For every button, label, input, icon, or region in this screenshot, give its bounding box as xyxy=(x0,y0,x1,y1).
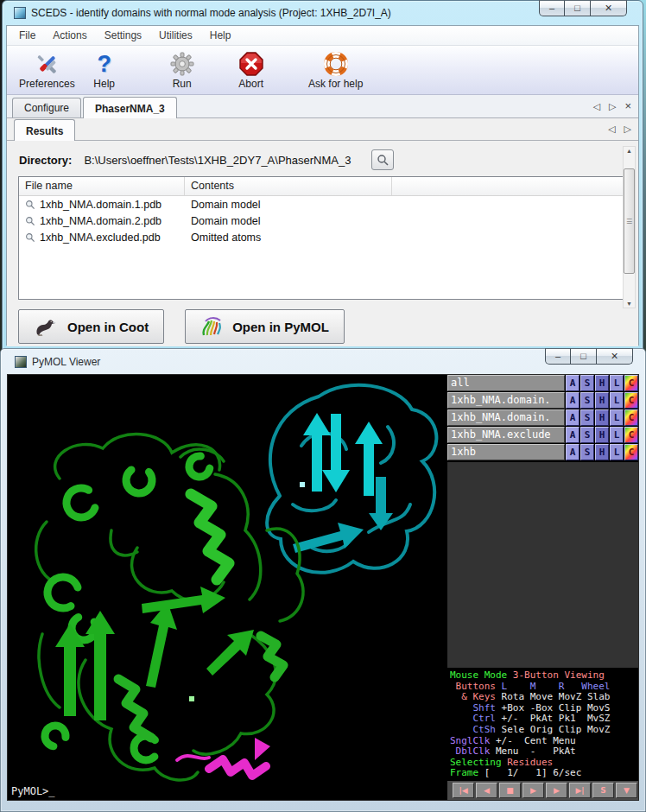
playback-button[interactable]: ▶| xyxy=(569,783,591,798)
menu-item[interactable]: Settings xyxy=(96,27,150,44)
table-row[interactable]: 1xhb_NMA.domain.1.pdb Domain model xyxy=(19,196,627,213)
column-header-contents[interactable]: Contents xyxy=(185,177,392,195)
menu-item[interactable]: Utilities xyxy=(150,27,201,44)
object-a-button[interactable]: A xyxy=(566,409,580,426)
object-c-button[interactable]: C xyxy=(624,427,638,443)
object-name[interactable]: 1xhb_NMA.domain. xyxy=(447,409,565,426)
tab-scroll-left-icon[interactable]: ◁ xyxy=(592,101,599,112)
object-row: 1xhbASHLC xyxy=(447,444,638,460)
open-in-pymol-button[interactable]: Open in PyMOL xyxy=(185,309,345,344)
close-button[interactable]: × xyxy=(591,0,627,16)
maximize-button[interactable]: □ xyxy=(571,348,597,365)
object-l-button[interactable]: L xyxy=(610,444,624,460)
pymol-ribbon-icon xyxy=(200,316,225,337)
playback-button[interactable]: ▶ xyxy=(546,783,567,798)
column-header-file-name[interactable]: File name xyxy=(19,177,185,195)
life-ring-icon xyxy=(323,51,349,77)
object-a-button[interactable]: A xyxy=(566,444,580,460)
object-l-button[interactable]: L xyxy=(610,409,624,426)
molecule-viewport[interactable]: PyMOL>_ xyxy=(8,375,447,800)
object-s-button[interactable]: S xyxy=(580,392,594,409)
toolbar-label: Abort xyxy=(238,78,263,90)
results-panel: Directory: B:\Users\oeffner\Tests\1XHB_2… xyxy=(7,141,638,346)
table-row[interactable]: 1xhb_NMA.domain.2.pdb Domain model xyxy=(19,213,627,229)
results-scrollbar[interactable]: ▲ ☰ ▼ xyxy=(623,146,636,308)
open-in-coot-label: Open in Coot xyxy=(67,320,149,334)
open-in-coot-button[interactable]: Open in Coot xyxy=(18,309,164,344)
object-h-button[interactable]: H xyxy=(595,427,609,443)
object-c-button[interactable]: C xyxy=(624,409,638,426)
object-s-button[interactable]: S xyxy=(580,375,594,391)
pymol-command-prompt[interactable]: PyMOL>_ xyxy=(11,785,55,797)
toolbar-label: Ask for help xyxy=(308,78,363,90)
abort-button[interactable]: Abort xyxy=(225,50,277,91)
file-name-cell: 1xhb_NMA.excluded.pdb xyxy=(40,232,161,244)
object-c-button[interactable]: C xyxy=(624,444,638,460)
maximize-button[interactable]: □ xyxy=(565,0,591,16)
object-c-button[interactable]: C xyxy=(624,392,638,409)
pymol-app-icon xyxy=(15,356,27,368)
object-l-button[interactable]: L xyxy=(610,375,624,391)
object-h-button[interactable]: H xyxy=(595,392,609,409)
browse-directory-button[interactable] xyxy=(371,149,394,170)
table-header[interactable]: File name Contents xyxy=(19,177,627,196)
magnifier-icon xyxy=(25,216,35,226)
object-row: 1xhb_NMA.domain.ASHLC xyxy=(447,392,638,409)
minimize-button[interactable]: – xyxy=(545,348,571,365)
preferences-button[interactable]: Preferences xyxy=(14,50,80,91)
object-name[interactable]: 1xhb xyxy=(447,444,565,460)
object-s-button[interactable]: S xyxy=(580,444,594,460)
scroll-up-icon[interactable]: ▲ xyxy=(624,148,635,154)
playback-button[interactable]: ■ xyxy=(499,783,521,798)
playback-button[interactable]: S xyxy=(592,783,614,798)
tab-phasernma-3[interactable]: PhaserNMA_3 xyxy=(83,97,177,118)
menu-item[interactable]: Help xyxy=(201,27,240,44)
ask-for-help-button[interactable]: Ask for help xyxy=(300,50,372,91)
object-h-button[interactable]: H xyxy=(595,409,609,426)
scroll-down-icon[interactable]: ▼ xyxy=(624,301,635,307)
run-button[interactable]: Run xyxy=(158,50,206,91)
mouse-panel-segment: DblClk xyxy=(450,745,490,757)
playback-button[interactable]: ▶ xyxy=(522,783,544,798)
object-s-button[interactable]: S xyxy=(580,409,594,426)
playback-button[interactable]: |◀ xyxy=(453,783,474,798)
playback-button[interactable]: ◀ xyxy=(476,783,497,798)
tab-configure[interactable]: Configure xyxy=(12,98,81,117)
tab-results[interactable]: Results xyxy=(14,119,75,141)
tab-close-icon[interactable]: × xyxy=(624,101,631,112)
toolbar-label: Preferences xyxy=(19,78,75,90)
object-row: allASHLC xyxy=(447,375,638,391)
scrollbar-thumb[interactable]: ☰ xyxy=(624,168,635,274)
object-h-button[interactable]: H xyxy=(595,444,609,460)
pymol-titlebar[interactable]: PyMOL Viewer – □ × xyxy=(7,349,639,374)
menu-item[interactable]: File xyxy=(10,27,44,44)
minimize-button[interactable]: – xyxy=(539,0,565,16)
contents-cell: Domain model xyxy=(185,215,392,227)
menubar: FileActionsSettingsUtilitiesHelp xyxy=(7,26,638,46)
mouse-panel-segment: [ 1/ 1] 6/sec xyxy=(478,767,581,778)
object-name[interactable]: 1xhb_NMA.domain. xyxy=(447,392,565,409)
gear-icon xyxy=(169,51,195,77)
object-name[interactable]: 1xhb_NMA.exclude xyxy=(447,427,565,443)
close-button[interactable]: × xyxy=(597,348,633,365)
help-button[interactable]: ? Help xyxy=(80,50,129,91)
subtab-scroll-left-icon[interactable]: ◁ xyxy=(608,124,615,135)
playback-button[interactable]: ▼ xyxy=(616,783,637,798)
object-a-button[interactable]: A xyxy=(566,375,580,391)
mouse-panel-segment: Menu - PkAt xyxy=(490,745,575,757)
object-c-button[interactable]: C xyxy=(624,375,638,391)
pymol-sidebar: allASHLC1xhb_NMA.domain.ASHLC1xhb_NMA.do… xyxy=(447,375,638,800)
object-a-button[interactable]: A xyxy=(566,427,580,443)
object-a-button[interactable]: A xyxy=(566,392,580,409)
table-row[interactable]: 1xhb_NMA.excluded.pdb Omitted atoms xyxy=(19,229,627,245)
object-l-button[interactable]: L xyxy=(610,427,624,443)
sceds-window-title: SCEDS - identify domains with normal mod… xyxy=(31,7,391,19)
object-h-button[interactable]: H xyxy=(595,375,609,391)
subtab-scroll-right-icon[interactable]: ▷ xyxy=(624,124,631,135)
menu-item[interactable]: Actions xyxy=(44,27,95,44)
object-s-button[interactable]: S xyxy=(580,427,594,443)
object-l-button[interactable]: L xyxy=(610,392,624,409)
sceds-titlebar[interactable]: SCEDS - identify domains with normal mod… xyxy=(6,1,639,25)
tab-scroll-right-icon[interactable]: ▷ xyxy=(609,101,616,112)
object-name[interactable]: all xyxy=(447,375,565,391)
